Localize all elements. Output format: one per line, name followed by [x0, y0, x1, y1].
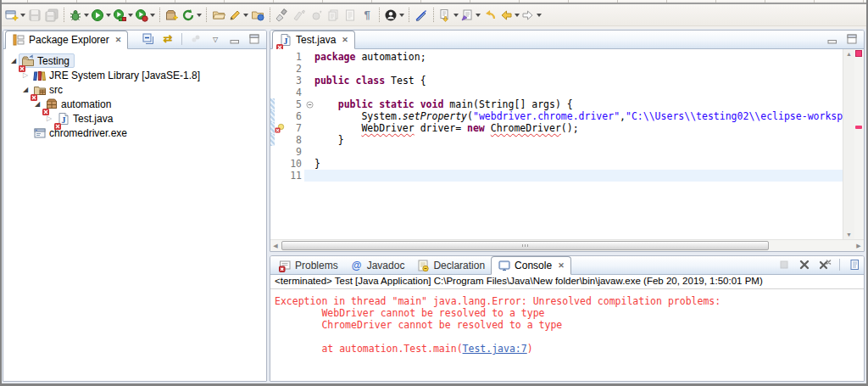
- dropdown-arrow-icon[interactable]: [197, 14, 202, 20]
- scroll-up-icon[interactable]: ▲: [843, 51, 854, 57]
- user-profile-button[interactable]: [383, 6, 405, 25]
- run-button[interactable]: [90, 6, 112, 25]
- stacktrace-link[interactable]: Test.java:7: [463, 343, 527, 355]
- minimize-button[interactable]: [825, 32, 840, 46]
- focus-on-active-task-button[interactable]: [188, 32, 203, 46]
- fold-gutter: [304, 170, 314, 182]
- fold-collapse-icon[interactable]: [304, 98, 314, 110]
- open-type-button[interactable]: [249, 6, 266, 25]
- tree-item-automation[interactable]: ◢automation: [3, 97, 266, 111]
- tab-console[interactable]: Console✕: [491, 256, 571, 275]
- tree-item-content: JRE System Library [JavaSE-1.8]: [31, 68, 205, 82]
- tree-item-content: chromedriver.exe: [31, 126, 132, 140]
- code-line-body: [304, 170, 843, 182]
- console-line-3: ChromeDriver cannot be resolved to a typ…: [275, 319, 860, 331]
- dropdown-arrow-icon[interactable]: [84, 14, 89, 20]
- save-all-button[interactable]: [43, 6, 60, 25]
- dropdown-arrow-icon[interactable]: [476, 14, 481, 20]
- tree-item-src[interactable]: ◢src: [3, 82, 266, 97]
- tree-item-jre-system-library-javase-1.8-[interactable]: ▷JRE System Library [JavaSE-1.8]: [3, 68, 266, 82]
- annotation-gutter: [275, 51, 286, 63]
- pilcrow-icon: ¶: [360, 8, 374, 22]
- remove-all-terminated-button[interactable]: [817, 258, 832, 271]
- save-button[interactable]: [26, 6, 43, 25]
- tab-declaration[interactable]: Declaration: [410, 256, 491, 274]
- open-task-button[interactable]: [210, 6, 227, 25]
- skip-breakpoints-button[interactable]: [413, 6, 430, 25]
- close-icon[interactable]: ✕: [342, 36, 348, 44]
- last-edit-location-button[interactable]: [459, 6, 481, 25]
- forward-button[interactable]: [520, 6, 542, 25]
- scroll-right-icon[interactable]: ▶: [854, 240, 864, 251]
- link-with-editor-button[interactable]: ⇄: [160, 32, 175, 46]
- error-marker-icon[interactable]: [275, 122, 286, 134]
- profile-button[interactable]: [134, 6, 156, 25]
- view-menu-button[interactable]: ▽: [208, 32, 223, 46]
- new-button[interactable]: [4, 6, 26, 25]
- fold-gutter: [304, 122, 314, 134]
- maximize-button[interactable]: [844, 32, 860, 46]
- console-output[interactable]: Exception in thread "main" java.lang.Err…: [270, 290, 864, 381]
- back-button[interactable]: [498, 6, 520, 25]
- line-number: 7: [286, 122, 304, 134]
- editor-vertical-scrollbar[interactable]: ▲ ▼: [843, 49, 854, 239]
- highlighter-button[interactable]: [227, 6, 249, 25]
- compare-docs-button[interactable]: [325, 6, 342, 25]
- dropdown-arrow-icon[interactable]: [537, 14, 542, 20]
- annotation-gutter: [275, 146, 286, 158]
- line-number: 10: [286, 158, 304, 170]
- dropdown-arrow-icon[interactable]: [20, 14, 25, 20]
- collapse-arrow-icon[interactable]: ◢: [8, 53, 19, 68]
- clear-console-button[interactable]: [847, 258, 862, 271]
- close-icon[interactable]: ✕: [115, 36, 122, 44]
- collapse-all-button[interactable]: [141, 32, 156, 46]
- search-button[interactable]: [274, 6, 291, 25]
- new-java-project-button[interactable]: [164, 6, 181, 25]
- coverage-button[interactable]: [112, 6, 134, 25]
- java-file-icon: J: [57, 112, 70, 126]
- mark-occurrences-button[interactable]: [291, 6, 308, 25]
- dropdown-arrow-icon[interactable]: [453, 14, 459, 20]
- tab-package-explorer[interactable]: Package Explorer ✕: [5, 31, 128, 49]
- editor-horizontal-scrollbar[interactable]: ◀ ▶: [270, 239, 864, 251]
- minimize-button[interactable]: [227, 32, 242, 46]
- close-icon[interactable]: ✕: [558, 261, 565, 270]
- maximize-button[interactable]: [247, 32, 262, 46]
- code-line-3: 3public class Test {: [270, 75, 843, 87]
- toolbar-separator: [206, 8, 207, 22]
- tree-item-testing[interactable]: ◢Testing: [3, 53, 266, 68]
- dropdown-arrow-icon[interactable]: [515, 14, 520, 20]
- tab-problems[interactable]: Problems: [272, 256, 344, 274]
- terminate-button[interactable]: [776, 258, 792, 271]
- code-editor[interactable]: 1package automation;23public class Test …: [270, 49, 843, 239]
- tab-javadoc[interactable]: @Javadoc: [344, 256, 411, 274]
- scrollbar-thumb[interactable]: [281, 241, 769, 250]
- show-selected-element-button[interactable]: [342, 6, 359, 25]
- dropdown-arrow-icon[interactable]: [243, 14, 248, 20]
- code-line-9: 9: [270, 146, 843, 158]
- tab-test-java[interactable]: J Test.java ✕: [272, 31, 355, 49]
- debug-button[interactable]: [68, 6, 90, 25]
- collapse-arrow-icon[interactable]: ◢: [20, 82, 31, 97]
- external-tools-button[interactable]: [308, 6, 325, 25]
- show-whitespace-button[interactable]: ¶: [359, 6, 376, 25]
- toolbar-separator: [433, 8, 434, 22]
- annotate-button[interactable]: [437, 6, 459, 25]
- project-tree[interactable]: ◢Testing▷JRE System Library [JavaSE-1.8]…: [3, 50, 266, 381]
- clear-icon: [848, 258, 861, 271]
- new-java-class-button[interactable]: [181, 6, 203, 25]
- remove-icon: [798, 258, 811, 271]
- remove-launch-button[interactable]: [797, 258, 812, 271]
- scroll-left-icon[interactable]: ◀: [270, 240, 281, 251]
- dropdown-arrow-icon[interactable]: [106, 14, 111, 20]
- error-line-marker[interactable]: [855, 126, 862, 129]
- dropdown-arrow-icon[interactable]: [128, 14, 133, 20]
- dropdown-arrow-icon[interactable]: [150, 14, 155, 20]
- scroll-down-icon[interactable]: ▼: [843, 232, 854, 238]
- error-summary-marker[interactable]: [855, 50, 862, 57]
- tree-item-chromedriver.exe[interactable]: chromedriver.exe: [3, 126, 266, 140]
- dropdown-arrow-icon[interactable]: [399, 14, 404, 20]
- previous-edit-button[interactable]: [481, 6, 498, 25]
- workbench: Package Explorer ✕ ⇄▽ ◢Testing▷JRE Syste…: [2, 29, 866, 383]
- code-line-body: [304, 63, 843, 75]
